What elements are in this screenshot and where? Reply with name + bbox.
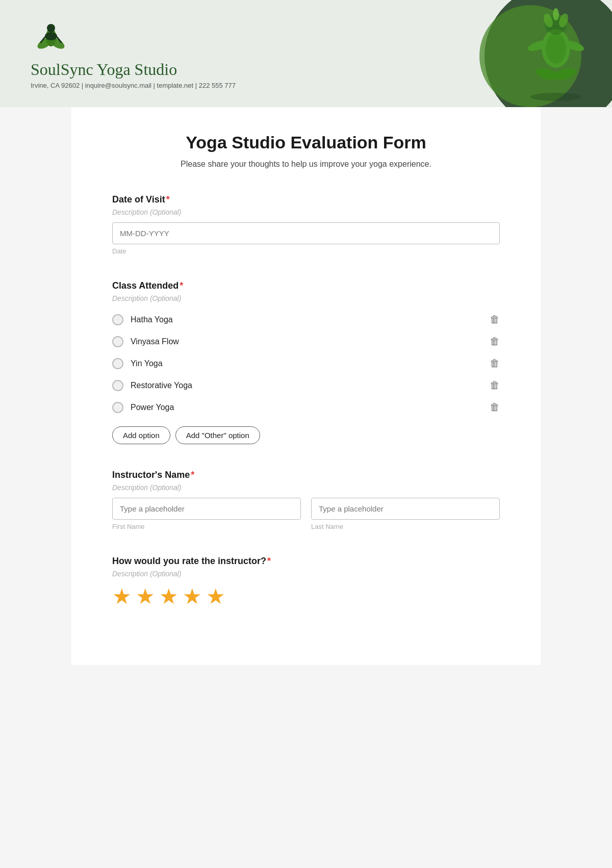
stars-rating[interactable]: ★ ★ ★ ★ ★ — [112, 584, 500, 609]
required-indicator: * — [180, 280, 183, 291]
rate-instructor-description: Description (Optional) — [112, 570, 500, 578]
main-content: Yoga Studio Evaluation Form Please share… — [71, 107, 541, 665]
radio-option-vinyasa[interactable]: Vinyasa Flow — [112, 336, 179, 347]
date-of-visit-description: Description (Optional) — [112, 208, 500, 216]
first-name-hint: First Name — [112, 523, 301, 530]
radio-option-yin[interactable]: Yin Yoga — [112, 358, 163, 369]
logo-area: SoulSync Yoga Studio Irvine, CA 92602 | … — [31, 18, 236, 89]
logo-icon — [31, 18, 71, 59]
delete-icon[interactable]: 🗑 — [490, 379, 500, 391]
radio-option-row: Hatha Yoga 🗑 — [112, 309, 500, 330]
option-label: Restorative Yoga — [131, 381, 192, 390]
section-instructors-name: Instructor's Name* Description (Optional… — [112, 470, 500, 530]
delete-icon[interactable]: 🗑 — [490, 401, 500, 413]
logo-tagline: Irvine, CA 92602 | inquire@soulsync.mail… — [31, 82, 236, 89]
last-name-input[interactable] — [311, 498, 500, 520]
logo-text: SoulSync Yoga Studio — [31, 61, 236, 79]
svg-point-18 — [553, 8, 559, 20]
star-2[interactable]: ★ — [136, 584, 155, 609]
required-indicator: * — [267, 556, 271, 566]
star-3[interactable]: ★ — [159, 584, 178, 609]
delete-icon[interactable]: 🗑 — [490, 336, 500, 347]
date-hint: Date — [112, 247, 500, 255]
date-of-visit-input[interactable] — [112, 222, 500, 244]
svg-point-4 — [45, 32, 57, 40]
rate-instructor-label: How would you rate the instructor?* — [112, 556, 500, 567]
radio-option-row: Restorative Yoga 🗑 — [112, 374, 500, 396]
radio-option-restorative[interactable]: Restorative Yoga — [112, 380, 192, 391]
section-date-of-visit: Date of Visit* Description (Optional) Da… — [112, 194, 500, 255]
first-name-field: First Name — [112, 498, 301, 530]
add-options-row: Add option Add "Other" option — [112, 426, 500, 444]
add-other-option-button[interactable]: Add "Other" option — [175, 426, 260, 444]
class-attended-label: Class Attended* — [112, 280, 500, 291]
radio-option-row: Vinyasa Flow 🗑 — [112, 330, 500, 352]
radio-option-power[interactable]: Power Yoga — [112, 402, 174, 413]
last-name-field: Last Name — [311, 498, 500, 530]
radio-option-row: Yin Yoga 🗑 — [112, 352, 500, 374]
required-indicator: * — [166, 194, 170, 205]
date-of-visit-label: Date of Visit* — [112, 194, 500, 205]
name-fields-row: First Name Last Name — [112, 498, 500, 530]
form-subtitle: Please share your thoughts to help us im… — [112, 160, 500, 169]
option-label: Vinyasa Flow — [131, 337, 179, 346]
radio-button[interactable] — [112, 314, 123, 325]
last-name-hint: Last Name — [311, 523, 500, 530]
form-title: Yoga Studio Evaluation Form — [112, 133, 500, 152]
class-attended-description: Description (Optional) — [112, 294, 500, 302]
svg-point-3 — [47, 24, 55, 32]
radio-button[interactable] — [112, 380, 123, 391]
header-decoration — [439, 0, 612, 107]
add-option-button[interactable]: Add option — [112, 426, 170, 444]
required-indicator: * — [191, 470, 194, 480]
first-name-input[interactable] — [112, 498, 301, 520]
page-header: SoulSync Yoga Studio Irvine, CA 92602 | … — [0, 0, 612, 107]
instructors-name-description: Description (Optional) — [112, 483, 500, 492]
radio-option-row: Power Yoga 🗑 — [112, 396, 500, 418]
yoga-figure-icon — [515, 5, 597, 102]
svg-point-7 — [530, 93, 581, 101]
section-class-attended: Class Attended* Description (Optional) H… — [112, 280, 500, 444]
option-label: Power Yoga — [131, 403, 174, 412]
svg-point-14 — [553, 66, 577, 82]
star-5[interactable]: ★ — [206, 584, 225, 609]
radio-button[interactable] — [112, 358, 123, 369]
svg-point-10 — [546, 33, 566, 64]
delete-icon[interactable]: 🗑 — [490, 358, 500, 369]
radio-button[interactable] — [112, 402, 123, 413]
radio-button[interactable] — [112, 336, 123, 347]
star-4[interactable]: ★ — [183, 584, 202, 609]
star-1[interactable]: ★ — [112, 584, 132, 609]
delete-icon[interactable]: 🗑 — [490, 314, 500, 325]
option-label: Yin Yoga — [131, 359, 163, 368]
radio-option-hatha[interactable]: Hatha Yoga — [112, 314, 173, 325]
section-rate-instructor: How would you rate the instructor?* Desc… — [112, 556, 500, 609]
option-label: Hatha Yoga — [131, 315, 173, 324]
instructors-name-label: Instructor's Name* — [112, 470, 500, 480]
